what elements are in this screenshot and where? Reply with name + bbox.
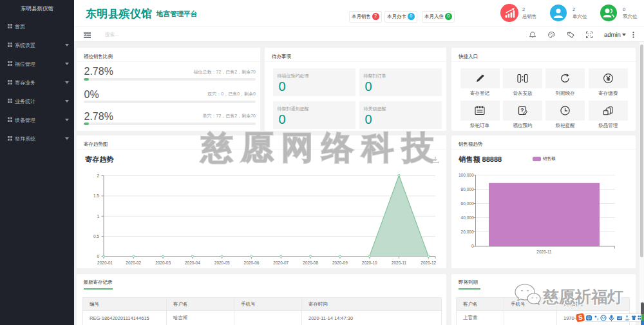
- svg-text:?: ?: [520, 107, 524, 113]
- svg-text:40,000: 40,000: [461, 215, 474, 220]
- svg-text:0: 0: [97, 254, 99, 259]
- svg-text:2020-12: 2020-12: [421, 261, 436, 265]
- svg-text:2020-01: 2020-01: [97, 261, 113, 265]
- svg-text:2020-02: 2020-02: [126, 261, 141, 265]
- svg-text:2020-08: 2020-08: [303, 261, 318, 265]
- svg-text:20,000: 20,000: [461, 230, 474, 234]
- svg-text:2020-06: 2020-06: [244, 261, 260, 265]
- svg-text:2020-09: 2020-09: [332, 261, 348, 265]
- svg-text:0: 0: [471, 244, 474, 248]
- svg-text:80,000: 80,000: [461, 187, 474, 192]
- svg-text:2020-11: 2020-11: [392, 261, 407, 265]
- svg-text:2020-04: 2020-04: [185, 261, 200, 265]
- svg-text:中: 中: [587, 316, 591, 320]
- svg-text:2020-05: 2020-05: [214, 261, 230, 265]
- svg-text:2020-11: 2020-11: [536, 250, 552, 254]
- svg-text:1.5: 1.5: [93, 193, 99, 198]
- svg-text:2020-03: 2020-03: [155, 261, 171, 265]
- svg-text:60,000: 60,000: [461, 201, 474, 206]
- svg-text:0.5: 0.5: [93, 234, 99, 239]
- svg-text:2: 2: [97, 173, 99, 178]
- svg-text:2020-10: 2020-10: [362, 261, 377, 265]
- svg-text:2020-07: 2020-07: [273, 261, 289, 265]
- svg-text:1: 1: [97, 214, 99, 219]
- svg-text:100,000: 100,000: [459, 173, 474, 177]
